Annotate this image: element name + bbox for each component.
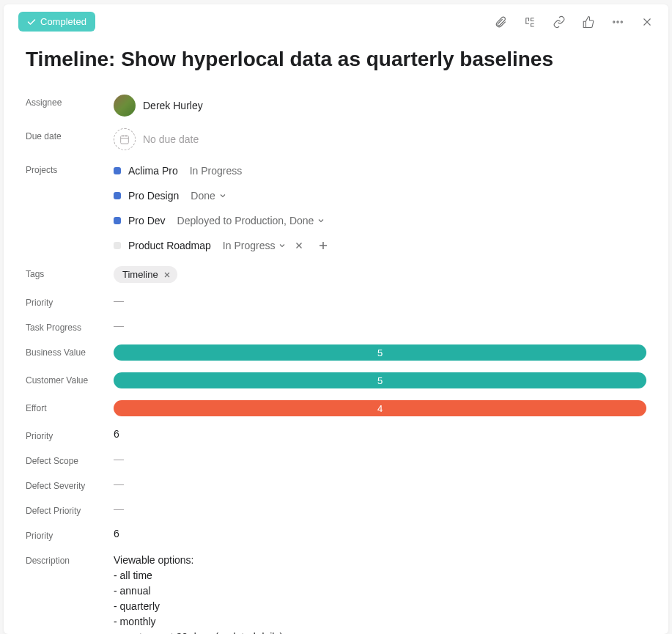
task-content: Timeline: Show hyperlocal data as quarte…	[4, 39, 668, 634]
due-date-text: No due date	[143, 133, 199, 145]
project-name: Product Roadmap	[128, 240, 211, 251]
assignee-name: Derek Hurley	[143, 100, 203, 111]
customer-value-pill[interactable]: 5	[114, 372, 646, 388]
project-name: Pro Dev	[128, 215, 166, 226]
task-modal: Completed Timeline: Show hyperlocal	[4, 4, 668, 634]
avatar	[114, 95, 136, 117]
label-task-progress: Task Progress	[26, 320, 114, 333]
project-bullet-icon	[114, 192, 121, 199]
task-toolbar: Completed	[4, 4, 668, 39]
svg-point-0	[613, 21, 615, 22]
field-due-date: Due date No due date	[26, 122, 646, 156]
project-bullet-icon	[114, 217, 121, 224]
field-priority-2: Priority 6	[26, 422, 646, 447]
label-assignee: Assignee	[26, 95, 114, 108]
label-effort: Effort	[26, 400, 114, 413]
project-bullet-icon	[114, 167, 121, 174]
tag-chip[interactable]: Timeline	[114, 266, 177, 283]
project-row[interactable]: Pro DesignDone	[114, 187, 646, 204]
project-name: Pro Design	[128, 190, 179, 202]
project-row[interactable]: Pro DevDeployed to Production, Done	[114, 212, 646, 229]
description-line: - annual	[114, 583, 646, 599]
more-icon[interactable]	[611, 15, 624, 29]
priority-value[interactable]: —	[114, 295, 646, 306]
field-business-value: Business Value 5	[26, 339, 646, 366]
label-defect-scope: Defect Scope	[26, 453, 114, 466]
due-date-value[interactable]: No due date	[114, 128, 646, 150]
project-row[interactable]: Product RoadmapIn Progress	[114, 237, 646, 254]
project-status[interactable]: In Progress	[190, 165, 243, 177]
label-customer-value: Customer Value	[26, 372, 114, 386]
description-line: - most recent 30 days (updated daily)	[114, 630, 646, 634]
toolbar-actions	[494, 15, 654, 29]
completed-label: Completed	[40, 16, 86, 27]
tag-label: Timeline	[122, 269, 158, 280]
label-defect-priority: Defect Priority	[26, 503, 114, 516]
attachment-icon[interactable]	[494, 15, 507, 29]
like-icon[interactable]	[582, 15, 595, 29]
label-business-value: Business Value	[26, 344, 114, 358]
project-status[interactable]: In Progress	[223, 240, 287, 251]
project-row[interactable]: Aclima ProIn Progress	[114, 162, 646, 180]
label-projects: Projects	[26, 162, 114, 175]
calendar-icon	[114, 128, 136, 150]
field-priority-3: Priority 6	[26, 522, 646, 547]
field-priority: Priority —	[26, 289, 646, 314]
label-priority: Priority	[26, 295, 114, 308]
project-bullet-icon	[114, 242, 121, 249]
subtask-icon[interactable]	[523, 15, 536, 29]
close-icon[interactable]	[640, 15, 654, 29]
field-task-progress: Task Progress —	[26, 314, 646, 339]
remove-tag-icon[interactable]	[163, 270, 171, 279]
description-line: Viewable options:	[114, 553, 646, 568]
defect-scope-value[interactable]: —	[114, 453, 646, 465]
label-description: Description	[26, 553, 114, 566]
completed-button[interactable]: Completed	[18, 12, 95, 32]
label-priority-2: Priority	[26, 428, 114, 441]
field-defect-priority: Defect Priority —	[26, 497, 646, 522]
assignee-value[interactable]: Derek Hurley	[114, 95, 646, 117]
field-defect-scope: Defect Scope —	[26, 447, 646, 472]
effort-pill[interactable]: 4	[114, 400, 646, 416]
task-title[interactable]: Timeline: Show hyperlocal data as quarte…	[26, 46, 646, 73]
link-icon[interactable]	[553, 15, 566, 29]
description-line: - quarterly	[114, 599, 646, 614]
chevron-down-icon	[317, 216, 325, 225]
business-value-pill[interactable]: 5	[114, 344, 646, 361]
field-defect-severity: Defect Severity —	[26, 472, 646, 497]
field-customer-value: Customer Value 5	[26, 366, 646, 394]
check-icon	[27, 18, 36, 26]
add-project-icon[interactable]	[317, 240, 329, 251]
description-line: - monthly	[114, 614, 646, 630]
label-due-date: Due date	[26, 128, 114, 141]
label-defect-severity: Defect Severity	[26, 478, 114, 491]
svg-point-1	[617, 21, 619, 22]
task-progress-value[interactable]: —	[114, 320, 646, 331]
field-tags: Tags Timeline	[26, 260, 646, 289]
remove-project-icon[interactable]	[294, 240, 304, 251]
field-effort: Effort 4	[26, 394, 646, 422]
chevron-down-icon	[278, 241, 287, 250]
defect-priority-value[interactable]: —	[114, 503, 646, 515]
label-tags: Tags	[26, 266, 114, 279]
field-description: Description Viewable options:- all time-…	[26, 547, 646, 634]
description-body[interactable]: Viewable options:- all time- annual- qua…	[114, 553, 646, 634]
defect-severity-value[interactable]: —	[114, 478, 646, 490]
label-priority-3: Priority	[26, 528, 114, 541]
chevron-down-icon	[218, 191, 227, 200]
description-line: - all time	[114, 568, 646, 583]
priority-3-value[interactable]: 6	[114, 528, 646, 539]
field-assignee: Assignee Derek Hurley	[26, 89, 646, 122]
svg-rect-3	[121, 136, 129, 144]
priority-2-value[interactable]: 6	[114, 428, 646, 440]
project-status[interactable]: Deployed to Production, Done	[177, 215, 326, 226]
field-projects: Projects Aclima ProIn ProgressPro Design…	[26, 156, 646, 260]
project-status[interactable]: Done	[191, 190, 226, 202]
project-name: Aclima Pro	[128, 165, 178, 177]
svg-point-2	[621, 21, 622, 22]
